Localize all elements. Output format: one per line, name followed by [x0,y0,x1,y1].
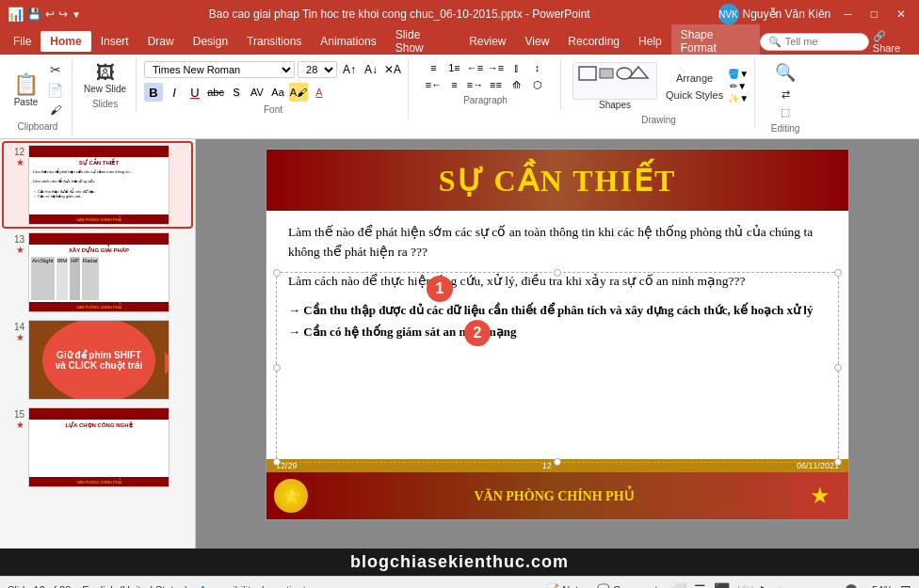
thumb-title-15: LỰA CHỌN CÔNG NGHỆ [29,420,169,430]
menu-review[interactable]: Review [460,31,515,52]
select-button[interactable]: ⬚ [778,104,793,120]
decrease-indent-button[interactable]: ←≡ [466,60,485,75]
slide-arrow1: → Cần thu thập được đủ các dữ liệu cần t… [288,301,827,320]
menu-animations[interactable]: Animations [311,31,385,52]
maximize-button[interactable]: □ [865,8,883,21]
quick-access-redo[interactable]: ↪ [58,8,68,21]
menu-transitions[interactable]: Transitions [237,31,311,52]
align-right-button[interactable]: ≡→ [466,77,485,92]
font-size-select[interactable]: 28 [298,61,337,78]
annotation-circle-1: 1 [427,276,453,302]
outline-view-button[interactable]: ☰ [694,582,706,589]
footer-flag: ★ [792,474,848,517]
increase-font-button[interactable]: A↑ [340,60,359,79]
line-spacing-button[interactable]: ↕ [528,60,547,75]
shape-effects-button[interactable]: ✨▼ [728,93,749,103]
shadow-button[interactable]: S [227,83,246,102]
slide-sorter-button[interactable]: ⬛ [714,582,730,589]
font-family-select[interactable]: Times New Roman [144,61,295,78]
align-left-button[interactable]: ≡← [425,77,443,92]
new-slide-button[interactable]: 🖼 New Slide [80,60,130,96]
strikethrough-button[interactable]: abc [206,83,225,102]
increase-indent-button[interactable]: →≡ [487,60,506,75]
quick-access-save[interactable]: 💾 [27,8,41,21]
arrange-button[interactable]: Arrange [663,71,726,86]
paragraph-label: Paragraph [463,95,508,105]
underline-button[interactable]: U [185,83,204,102]
comments-button[interactable]: 💬 Comments [597,583,663,588]
add-notes-text[interactable]: Click to add notes [266,520,849,539]
circle-2-label: 2 [474,325,482,342]
zoom-level-text: 54% [872,584,893,589]
slideshow-button[interactable]: ▶ [761,582,771,589]
slide-canvas[interactable]: SỰ CẦN THIẾT Làm thế nào để phát hiện sớ… [266,149,849,520]
slide-thumb-14[interactable]: 14 ★ Giữ để phím SHIFT và CLICK chuột tr… [4,318,191,402]
menu-help[interactable]: Help [629,31,671,52]
clear-formatting-button[interactable]: ✕A [383,60,402,79]
menu-shape-format[interactable]: Shape Format [671,24,760,58]
columns-button[interactable]: ⫿ [508,60,526,75]
title-bar-right: NVK Nguyễn Văn Kiên ─ □ ✕ [718,4,912,24]
quick-access-more[interactable]: ▼ [72,9,81,20]
thumb-footer-text-12: VĂN PHÒNG CHÍNH PHỦ [29,217,169,222]
thumb-header-12 [29,146,169,157]
font-color-button[interactable]: A [310,83,329,102]
zoom-thumb[interactable] [846,584,857,589]
quick-styles-button[interactable]: Quick Styles [663,87,726,103]
slide-thumb-12[interactable]: 12 ★ SỰ CẦN THIẾT Làm thế nào để phát hi… [4,143,191,227]
shape-fill-button[interactable]: 🪣▼ [728,69,749,79]
highlight-color-button[interactable]: A🖌 [289,83,308,102]
numbering-button[interactable]: 1≡ [445,60,464,75]
font-case-button[interactable]: Aa [268,83,287,102]
menu-view[interactable]: View [516,31,559,52]
search-input[interactable] [785,36,861,47]
copy-button[interactable]: 📄 [44,81,66,100]
font-group: Times New Roman 28 A↑ A↓ ✕A B I U abc S … [138,58,409,119]
menu-home[interactable]: Home [40,31,90,52]
fit-slide-button[interactable]: ⊞ [900,582,911,589]
search-box[interactable]: 🔍 [760,33,869,51]
slide-thumb-13[interactable]: 13 ★ XÂY DỰNG GIẢI PHÁP ArcSight IBM HP … [4,230,191,314]
shape-outline-button[interactable]: ✏▼ [730,81,747,91]
slides-content: 🖼 New Slide [80,60,130,96]
menu-file[interactable]: File [4,31,40,52]
bullets-button[interactable]: ≡ [425,60,443,75]
menu-draw[interactable]: Draw [138,31,184,52]
minimize-button[interactable]: ─ [838,8,858,21]
align-center-button[interactable]: ≡ [445,77,464,92]
menu-slideshow[interactable]: Slide Show [386,24,460,58]
menu-recording[interactable]: Recording [558,31,629,52]
user-name: Nguyễn Văn Kiên [743,8,831,21]
find-button[interactable]: 🔍 [772,60,798,85]
decrease-font-button[interactable]: A↓ [362,60,380,79]
quick-access-undo[interactable]: ↩ [45,8,55,21]
convert-to-smartart-button[interactable]: ⬡ [528,77,547,92]
thumb-header-13 [29,233,169,245]
close-button[interactable]: ✕ [891,8,911,21]
replace-button[interactable]: ⇄ [779,87,793,103]
character-spacing-button[interactable]: AV [248,83,266,102]
language-indicator: English (United States) [82,584,188,589]
drawing-label: Drawing [641,115,676,125]
italic-button[interactable]: I [165,83,184,102]
share-button[interactable]: 🔗 Share [873,30,915,54]
watermark-bar: blogchiasekienthuc.com [0,548,919,576]
menu-insert[interactable]: Insert [91,31,138,52]
reading-view-button[interactable]: 📖 [737,582,753,589]
slide-star-12: ★ [16,157,24,167]
bold-button[interactable]: B [144,83,163,102]
notes-button[interactable]: 📝 Notes [546,583,589,588]
status-left: Slide 12 of 28 English (United States) A… [8,584,312,589]
menu-design[interactable]: Design [184,31,237,52]
format-painter-button[interactable]: 🖌 [44,102,66,119]
text-direction-button[interactable]: ⟰ [508,77,526,92]
cut-button[interactable]: ✂ [44,60,66,79]
justify-button[interactable]: ≡≡ [487,77,506,92]
normal-view-button[interactable]: ⬜ [670,582,686,589]
accessibility-text[interactable]: Accessibility: Investigate [200,584,312,589]
shapes-button[interactable]: Shapes [569,60,661,112]
slide-thumb-15[interactable]: 15 ★ LỰA CHỌN CÔNG NGHỆ VĂN PHÒNG CHÍNH … [4,405,191,489]
footer-emblem: ⭐ [274,479,308,513]
paste-button[interactable]: 📋 Paste [9,71,42,109]
slide-content[interactable]: Làm thế nào để phát hiện sớm các sự cố a… [281,215,834,463]
